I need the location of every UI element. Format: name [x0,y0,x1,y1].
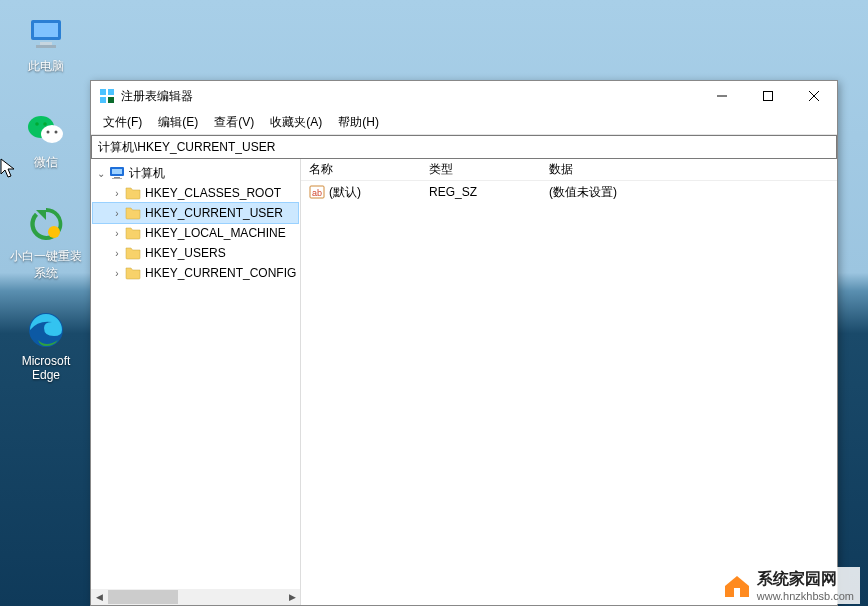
address-bar[interactable]: 计算机\HKEY_CURRENT_USER [91,135,837,159]
folder-icon [125,265,141,281]
folder-icon [125,225,141,241]
value-name: (默认) [329,184,361,201]
svg-rect-23 [734,588,740,597]
svg-rect-3 [36,45,56,48]
regedit-window: 注册表编辑器 文件(F) 编辑(E) 查看(V) 收藏夹(A) 帮助(H) 计算… [90,80,838,606]
close-button[interactable] [791,81,837,111]
reinstall-icon [26,204,66,244]
titlebar[interactable]: 注册表编辑器 [91,81,837,111]
string-value-icon: ab [309,184,325,200]
menubar: 文件(F) 编辑(E) 查看(V) 收藏夹(A) 帮助(H) [91,111,837,135]
horizontal-scrollbar[interactable]: ◀ ▶ [91,589,300,605]
desktop-icon-label: 此电脑 [28,58,64,75]
folder-icon [125,245,141,261]
regedit-app-icon [99,88,115,104]
chevron-right-icon[interactable]: › [111,208,123,219]
list-row[interactable]: ab(默认)REG_SZ(数值未设置) [301,181,837,203]
tree-node-label: HKEY_USERS [145,246,226,260]
menu-edit[interactable]: 编辑(E) [150,112,206,133]
svg-text:ab: ab [312,188,322,198]
svg-rect-13 [108,89,114,95]
tree-pane[interactable]: ⌄ 计算机 ›HKEY_CLASSES_ROOT›HKEY_CURRENT_US… [91,159,301,605]
address-text: 计算机\HKEY_CURRENT_USER [98,139,275,156]
desktop-icon-edge[interactable]: Microsoft Edge [10,310,82,382]
svg-rect-1 [34,23,58,37]
list-pane: 名称 类型 数据 ab(默认)REG_SZ(数值未设置) [301,159,837,605]
brand-name: 系统家园网 [757,569,854,590]
content-area: ⌄ 计算机 ›HKEY_CLASSES_ROOT›HKEY_CURRENT_US… [91,159,837,605]
chevron-right-icon[interactable]: › [111,188,123,199]
chevron-down-icon[interactable]: ⌄ [95,168,107,179]
svg-point-7 [43,122,47,126]
desktop-icon-label: 微信 [34,154,58,171]
desktop-icon-wechat[interactable]: 微信 [10,110,82,171]
desktop-icon-xiaobai[interactable]: 小白一键重装 系统 [10,204,82,282]
menu-help[interactable]: 帮助(H) [330,112,387,133]
svg-rect-16 [764,92,773,101]
house-icon [723,574,751,598]
chevron-right-icon[interactable]: › [111,248,123,259]
tree-root-computer[interactable]: ⌄ 计算机 [93,163,298,183]
tree-node-hkey-current-config[interactable]: ›HKEY_CURRENT_CONFIG [93,263,298,283]
svg-rect-12 [100,89,106,95]
svg-rect-15 [108,97,114,103]
svg-rect-14 [100,97,106,103]
column-header-type[interactable]: 类型 [421,159,541,180]
menu-favorites[interactable]: 收藏夹(A) [262,112,330,133]
brand-url: www.hnzkhbsb.com [757,590,854,602]
computer-icon [109,165,125,181]
tree-node-label: HKEY_CURRENT_USER [145,206,283,220]
scroll-left-icon[interactable]: ◀ [91,589,107,605]
tree-node-hkey-local-machine[interactable]: ›HKEY_LOCAL_MACHINE [93,223,298,243]
folder-icon [125,205,141,221]
scroll-right-icon[interactable]: ▶ [284,589,300,605]
watermark: 系统家园网 www.hnzkhbsb.com [717,567,860,604]
tree-node-label: HKEY_CLASSES_ROOT [145,186,281,200]
column-header-name[interactable]: 名称 [301,159,421,180]
desktop-icon-label: Microsoft Edge [22,354,71,382]
svg-point-8 [47,131,50,134]
svg-point-6 [35,122,39,126]
computer-icon [26,14,66,54]
value-data: (数值未设置) [549,184,617,201]
menu-view[interactable]: 查看(V) [206,112,262,133]
svg-point-9 [55,131,58,134]
value-type: REG_SZ [429,185,477,199]
minimize-button[interactable] [699,81,745,111]
menu-file[interactable]: 文件(F) [95,112,150,133]
mouse-cursor-icon [0,158,16,180]
list-header[interactable]: 名称 类型 数据 [301,159,837,181]
wechat-icon [26,110,66,150]
chevron-right-icon[interactable]: › [111,228,123,239]
tree-node-label: 计算机 [129,165,165,182]
tree-node-hkey-users[interactable]: ›HKEY_USERS [93,243,298,263]
window-title: 注册表编辑器 [121,88,699,105]
chevron-right-icon[interactable]: › [111,268,123,279]
maximize-button[interactable] [745,81,791,111]
tree-node-hkey-current-user[interactable]: ›HKEY_CURRENT_USER [93,203,298,223]
svg-rect-19 [114,177,120,178]
desktop-icon-label: 小白一键重装 系统 [10,248,82,282]
edge-icon [26,310,66,350]
tree-node-label: HKEY_LOCAL_MACHINE [145,226,286,240]
svg-rect-18 [112,169,122,174]
scrollbar-thumb[interactable] [108,590,178,604]
svg-rect-20 [112,178,122,179]
svg-point-5 [41,125,63,143]
tree-node-hkey-classes-root[interactable]: ›HKEY_CLASSES_ROOT [93,183,298,203]
column-header-data[interactable]: 数据 [541,159,837,180]
window-controls [699,81,837,111]
svg-point-10 [48,226,60,238]
desktop-icon-this-pc[interactable]: 此电脑 [10,14,82,75]
folder-icon [125,185,141,201]
svg-rect-2 [40,42,52,45]
tree-node-label: HKEY_CURRENT_CONFIG [145,266,296,280]
